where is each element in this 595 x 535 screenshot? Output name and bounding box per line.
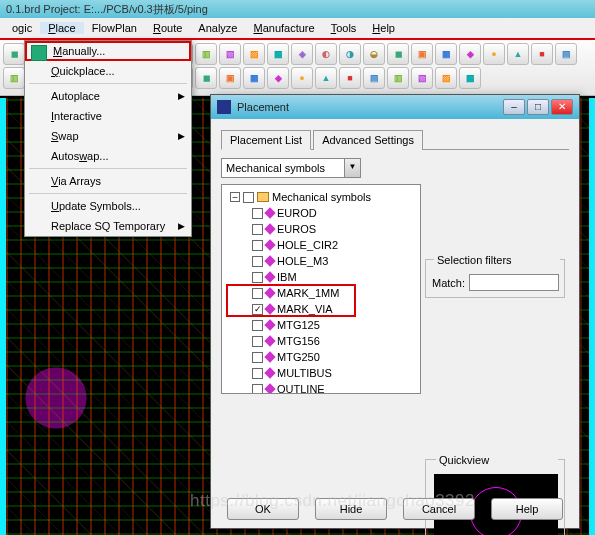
tab-placement-list[interactable]: Placement List [221, 130, 311, 150]
toolbar-button-39[interactable]: ▤ [363, 67, 385, 89]
toolbar-button-37[interactable]: ▲ [315, 67, 337, 89]
checkbox[interactable] [252, 224, 263, 235]
toolbar-button-32[interactable]: ◼ [195, 67, 217, 89]
menu-tools[interactable]: Tools [323, 22, 365, 34]
toolbar-button-33[interactable]: ▣ [219, 67, 241, 89]
collapse-icon[interactable]: – [230, 192, 240, 202]
toolbar-button-10[interactable]: ▨ [243, 43, 265, 65]
checkbox[interactable] [252, 336, 263, 347]
menu-item-update-symbols-[interactable]: Update Symbols... [25, 196, 191, 216]
menu-item-replace-sq-temporary[interactable]: Replace SQ Temporary▶ [25, 216, 191, 236]
toolbar-button-40[interactable]: ▥ [387, 67, 409, 89]
menu-item-autoswap-[interactable]: Autoswap... [25, 146, 191, 166]
toolbar-button-13[interactable]: ◐ [315, 43, 337, 65]
toolbar-button-20[interactable]: ● [483, 43, 505, 65]
checkbox[interactable] [252, 368, 263, 379]
match-label: Match: [432, 277, 465, 289]
tree-item-eurod[interactable]: EUROD [252, 205, 416, 221]
symbol-type-combo[interactable]: Mechanical symbols ▼ [221, 158, 361, 178]
toolbar-button-18[interactable]: ▦ [435, 43, 457, 65]
checkbox[interactable]: ✓ [252, 304, 263, 315]
placement-dialog: Placement – □ ✕ Placement List Advanced … [210, 94, 580, 529]
symbol-icon [264, 319, 275, 330]
toolbar-button-34[interactable]: ▦ [243, 67, 265, 89]
checkbox[interactable] [252, 208, 263, 219]
checkbox[interactable] [252, 272, 263, 283]
toolbar-button-24[interactable]: ▥ [3, 67, 25, 89]
dialog-title-bar[interactable]: Placement – □ ✕ [211, 95, 579, 119]
ok-button[interactable]: OK [227, 498, 299, 520]
hide-button[interactable]: Hide [315, 498, 387, 520]
dialog-title: Placement [237, 101, 289, 113]
toolbar-button-17[interactable]: ▣ [411, 43, 433, 65]
tree-item-mark_1mm[interactable]: MARK_1MM [252, 285, 416, 301]
tree-item-hole_cir2[interactable]: HOLE_CIR2 [252, 237, 416, 253]
tree-item-mtg156[interactable]: MTG156 [252, 333, 416, 349]
checkbox[interactable] [252, 256, 263, 267]
checkbox[interactable] [252, 384, 263, 395]
toolbar-button-35[interactable]: ◆ [267, 67, 289, 89]
symbol-icon [264, 271, 275, 282]
menu-flowplan[interactable]: FlowPlan [84, 22, 145, 34]
menu-item-manually-[interactable]: Manually... [25, 41, 191, 61]
match-input[interactable] [469, 274, 559, 291]
close-button[interactable]: ✕ [551, 99, 573, 115]
menu-item-quickplace-[interactable]: Quickplace... [25, 61, 191, 81]
toolbar-button-12[interactable]: ◈ [291, 43, 313, 65]
menu-place[interactable]: Place [40, 22, 84, 34]
toolbar-button-38[interactable]: ■ [339, 67, 361, 89]
symbol-tree[interactable]: – Mechanical symbols EURODEUROSHOLE_CIR2… [221, 184, 421, 394]
menu-analyze[interactable]: Analyze [190, 22, 245, 34]
toolbar-button-21[interactable]: ▲ [507, 43, 529, 65]
tree-item-multibus[interactable]: MULTIBUS [252, 365, 416, 381]
maximize-button[interactable]: □ [527, 99, 549, 115]
menu-route[interactable]: Route [145, 22, 190, 34]
toolbar-button-42[interactable]: ▨ [435, 67, 457, 89]
toolbar-button-41[interactable]: ▧ [411, 67, 433, 89]
toolbar-button-9[interactable]: ▧ [219, 43, 241, 65]
checkbox[interactable] [252, 288, 263, 299]
toolbar-button-11[interactable]: ▩ [267, 43, 289, 65]
menu-item-interactive[interactable]: Interactive [25, 106, 191, 126]
toolbar-button-22[interactable]: ■ [531, 43, 553, 65]
symbol-icon [264, 351, 275, 362]
quickview-group: Quickview Graphics Text [425, 459, 565, 535]
menu-item-swap[interactable]: Swap▶ [25, 126, 191, 146]
toolbar-button-0[interactable]: ◼ [3, 43, 25, 65]
tree-item-euros[interactable]: EUROS [252, 221, 416, 237]
chevron-down-icon[interactable]: ▼ [344, 159, 360, 177]
symbol-icon [264, 255, 275, 266]
minimize-button[interactable]: – [503, 99, 525, 115]
toolbar-button-8[interactable]: ▥ [195, 43, 217, 65]
tree-item-mtg125[interactable]: MTG125 [252, 317, 416, 333]
quickview-label: Quickview [436, 454, 558, 466]
tree-item-mark_via[interactable]: ✓MARK_VIA [252, 301, 416, 317]
toolbar-button-23[interactable]: ▤ [555, 43, 577, 65]
menu-ogic[interactable]: ogic [4, 22, 40, 34]
menu-item-via-arrays[interactable]: Via Arrays [25, 171, 191, 191]
tree-item-hole_m3[interactable]: HOLE_M3 [252, 253, 416, 269]
tree-item-outline[interactable]: OUTLINE [252, 381, 416, 394]
place-menu-dropdown: Manually...Quickplace...Autoplace▶Intera… [24, 40, 192, 237]
root-checkbox[interactable] [243, 192, 254, 203]
tree-root-node[interactable]: – Mechanical symbols [230, 189, 416, 205]
toolbar-button-19[interactable]: ◆ [459, 43, 481, 65]
toolbar-button-14[interactable]: ◑ [339, 43, 361, 65]
toolbar-button-16[interactable]: ◼ [387, 43, 409, 65]
symbol-icon [264, 367, 275, 378]
toolbar-button-36[interactable]: ● [291, 67, 313, 89]
checkbox[interactable] [252, 240, 263, 251]
tree-item-ibm[interactable]: IBM [252, 269, 416, 285]
menu-help[interactable]: Help [364, 22, 403, 34]
help-button[interactable]: Help [491, 498, 563, 520]
tab-advanced-settings[interactable]: Advanced Settings [313, 130, 423, 150]
toolbar-button-15[interactable]: ◒ [363, 43, 385, 65]
menu-item-autoplace[interactable]: Autoplace▶ [25, 86, 191, 106]
checkbox[interactable] [252, 352, 263, 363]
toolbar-button-43[interactable]: ▩ [459, 67, 481, 89]
checkbox[interactable] [252, 320, 263, 331]
cancel-button[interactable]: Cancel [403, 498, 475, 520]
tree-item-mtg250[interactable]: MTG250 [252, 349, 416, 365]
symbol-icon [264, 223, 275, 234]
menu-manufacture[interactable]: Manufacture [245, 22, 322, 34]
